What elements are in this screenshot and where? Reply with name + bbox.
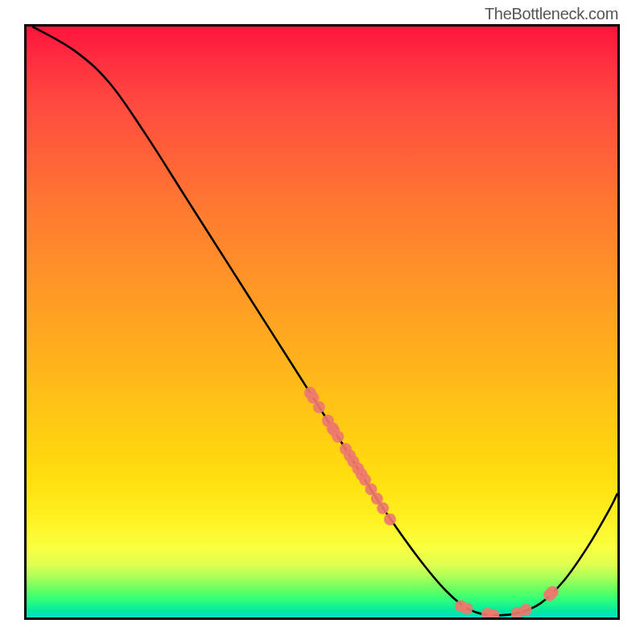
curve-line [32,27,617,615]
plot-area [24,24,620,620]
data-point [520,604,532,616]
data-point [313,401,325,413]
bottleneck-curve [32,27,617,615]
chart-svg [27,27,617,617]
data-markers [304,387,559,617]
watermark-label: TheBottleneck.com [485,5,618,23]
data-point [460,602,473,614]
data-point [547,586,559,598]
data-point [384,514,396,526]
data-point [377,502,389,514]
chart-container: TheBottleneck.com [0,0,644,644]
data-point [332,431,344,443]
